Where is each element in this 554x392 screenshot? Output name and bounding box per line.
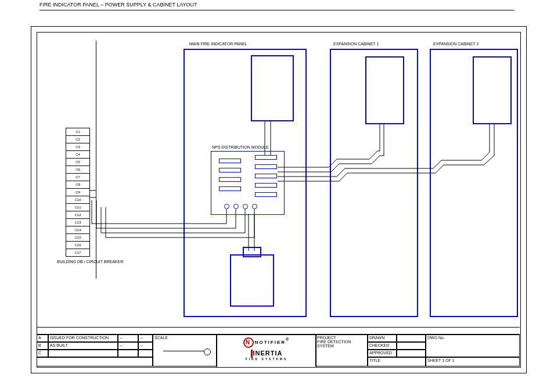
rev-by <box>138 350 153 357</box>
sheet-label: SHEET <box>427 358 441 362</box>
terminal-block: C1 C2 C3 C4 C5 C6 C7 C8 C9 C10 C11 C12 C… <box>66 128 90 257</box>
nps-slot-right <box>255 174 277 178</box>
exp1-label: EXPANSION CABINET 1 <box>333 42 379 46</box>
page-header-title: FIRE INDICATOR PANEL – POWER SUPPLY & CA… <box>39 2 197 8</box>
project-value: FIRE DETECTION SYSTEM <box>317 340 366 348</box>
nps-terminal <box>224 204 229 209</box>
notifier-n-icon: N <box>243 337 254 348</box>
nps-slot-left <box>219 177 241 182</box>
terminal-row: C8 <box>66 181 89 189</box>
nps-terminal <box>233 204 239 209</box>
nps-slot-left <box>219 186 241 191</box>
title-label: TITLE <box>369 358 380 362</box>
nps-slot-right <box>255 164 277 169</box>
rev-cell: C <box>37 350 48 357</box>
main-psu-connector <box>243 247 261 257</box>
riser-line <box>96 41 96 279</box>
project-cell: PROJECT FIRE DETECTION SYSTEM <box>315 335 368 366</box>
approved-label: APPROVED <box>368 350 397 357</box>
sheet-value: 1 OF 1 <box>442 358 454 362</box>
rev-footer <box>37 357 153 366</box>
main-cabinet-label: MAIN FIRE INDICATOR PANEL <box>189 42 247 46</box>
title-block: A ISSUED FOR CONSTRUCTION -- -- B AS BUI… <box>37 327 520 366</box>
inertia-logo: INERTIA FIRE SYSTEMS <box>217 350 316 361</box>
terminal-row: C4 <box>66 151 89 159</box>
terminal-row: C5 <box>66 159 89 166</box>
rev-cell: B <box>37 342 48 350</box>
sheet-cell: SHEET 1 OF 1 <box>426 357 520 366</box>
checked-value <box>397 342 426 350</box>
project-label: PROJECT <box>317 336 366 340</box>
page-top-rule <box>39 10 515 10</box>
approved-value <box>397 350 426 357</box>
notifier-tm: ® <box>286 337 290 341</box>
terminal-row: C6 <box>66 166 89 174</box>
exp2-label: EXPANSION CABINET 2 <box>433 42 479 46</box>
nps-slot-right <box>255 183 277 188</box>
terminal-row: C16 <box>66 242 89 249</box>
rev-desc: AS BUILT <box>48 342 118 350</box>
nps-module <box>211 151 285 215</box>
terminal-row: C15 <box>66 234 89 242</box>
rev-date <box>118 350 138 357</box>
drawn-value <box>397 335 426 342</box>
nps-terminal <box>243 204 248 209</box>
notifier-wordmark: NOTIFIER <box>255 340 286 345</box>
north-circle-icon <box>204 348 211 355</box>
nps-slot-right <box>255 192 277 197</box>
notifier-logo: NNOTIFIER® <box>243 340 290 345</box>
terminal-row: C17 <box>66 249 89 256</box>
dwg-label: DWG No. <box>427 336 518 340</box>
rev-by: -- <box>138 342 153 350</box>
terminal-row: C10 <box>66 196 89 204</box>
terminal-block-label: BUILDING DB / CIRCUIT BREAKER <box>57 260 123 264</box>
inertia-wordmark: INERTIA <box>253 350 283 357</box>
checked-label: CHECKED <box>368 342 397 350</box>
terminal-row: C7 <box>66 174 89 181</box>
rev-desc <box>48 350 118 357</box>
terminal-row: C14 <box>66 226 89 234</box>
logo-box: NNOTIFIER® INERTIA FIRE SYSTEMS <box>217 335 316 368</box>
nps-terminal <box>252 204 257 209</box>
nps-slot-left <box>219 159 241 163</box>
nps-slot-right <box>255 155 277 160</box>
inertia-i-icon <box>251 350 253 358</box>
nps-label: NPS DISTRIBUTION MODULE <box>212 145 269 149</box>
terminal-row: C13 <box>66 219 89 226</box>
dwg-cell: DWG No. <box>426 335 520 357</box>
terminal-row: C3 <box>66 143 89 151</box>
rev-by: -- <box>138 335 153 342</box>
title-label-cell: TITLE <box>368 357 426 366</box>
terminal-row: C1 <box>66 128 89 136</box>
inertia-subtext: FIRE SYSTEMS <box>217 357 316 361</box>
terminal-row: C11 <box>66 204 89 211</box>
terminal-row: C12 <box>66 211 89 219</box>
nps-slot-left <box>219 168 241 172</box>
main-cpu-module <box>251 55 294 121</box>
rev-desc: ISSUED FOR CONSTRUCTION <box>48 335 118 342</box>
main-psu-module <box>230 254 274 307</box>
drawn-label: DRAWN <box>368 335 397 342</box>
rev-date: -- <box>118 342 138 350</box>
exp2-module <box>473 56 512 124</box>
rev-date: -- <box>118 335 138 342</box>
scale-label: SCALE <box>154 336 168 340</box>
rev-cell: A <box>37 335 48 342</box>
scale-bar <box>163 351 204 351</box>
terminal-row: C9 <box>66 189 89 196</box>
exp1-module <box>365 56 404 124</box>
terminal-row: C2 <box>66 136 89 143</box>
